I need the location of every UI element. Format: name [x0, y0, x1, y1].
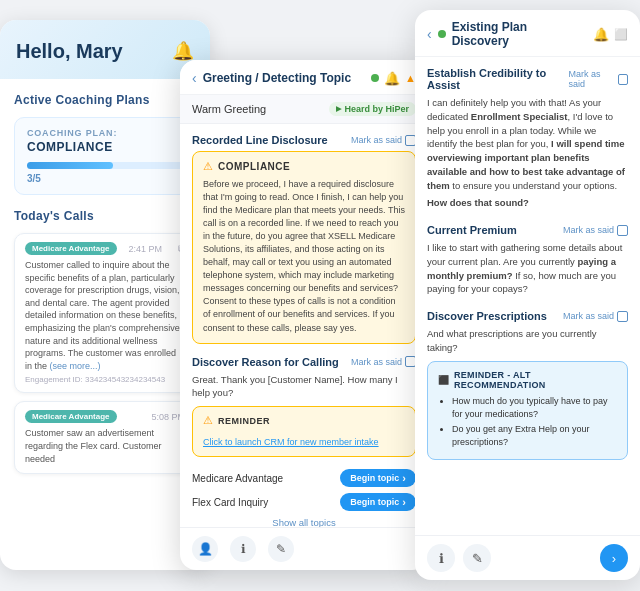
right-panel: ‹ Existing Plan Discovery 🔔 ⬜ Establish …	[415, 10, 640, 580]
compliance-box: ⚠ COMPLIANCE Before we proceed, I have a…	[192, 151, 416, 344]
right-header-icons: 🔔 ⬜	[593, 27, 628, 42]
status-dot-green	[371, 74, 379, 82]
topic-item-name-2: Flex Card Inquiry	[192, 497, 268, 508]
begin-btn-1[interactable]: Begin topic	[340, 469, 416, 487]
mark-said-premium[interactable]: Mark as said	[563, 225, 628, 236]
establish-credibility-section: Establish Credibility to Assist Mark as …	[427, 67, 628, 210]
alt-rec-list: How much do you typically have to pay fo…	[438, 395, 617, 449]
topic-name: Warm Greeting	[192, 103, 321, 115]
recorded-line-header: Recorded Line Disclosure Mark as said	[192, 134, 416, 146]
discover-prescriptions-header: Discover Prescriptions Mark as said	[427, 310, 628, 322]
call-card-1[interactable]: Medicare Advantage 2:41 PM ⧉ Customer ca…	[14, 233, 196, 393]
calls-section: Today's Calls Medicare Advantage 2:41 PM…	[14, 209, 196, 474]
alt-rec-icon: ⬛	[438, 375, 449, 385]
topics-section: Medicare Advantage Begin topic Flex Card…	[192, 469, 416, 527]
coaching-plan-name: COMPLIANCE	[27, 140, 183, 154]
middle-body: Recorded Line Disclosure Mark as said ⚠ …	[180, 124, 428, 527]
see-more-1[interactable]: (see more...)	[50, 361, 101, 371]
topic-item-2: Flex Card Inquiry Begin topic	[192, 493, 416, 511]
middle-back-arrow[interactable]: ‹	[192, 70, 197, 86]
right-footer: ℹ ✎ ›	[415, 535, 640, 580]
hello-text: Hello, Mary	[16, 40, 123, 63]
alt-rec-item-1: How much do you typically have to pay fo…	[452, 395, 617, 421]
reminder-link[interactable]: Click to launch CRM for new member intak…	[203, 437, 379, 447]
middle-header: ‹ Greeting / Detecting Topic 🔔 ▲	[180, 60, 428, 95]
mark-said-recorded[interactable]: Mark as said	[351, 135, 416, 146]
right-status-dot	[438, 30, 446, 38]
call-card-2[interactable]: Medicare Advantage 5:08 PM Customer saw …	[14, 401, 196, 474]
engagement-id-1: Engagement ID: 334234543234234543	[25, 375, 185, 384]
establish-credibility-text: I can definitely help you with that! As …	[427, 96, 628, 192]
show-all-link[interactable]: Show all topics	[192, 517, 416, 527]
progress-bar-bg	[27, 162, 183, 169]
middle-footer: 👤 ℹ ✎	[180, 527, 428, 570]
discover-reason-title: Discover Reason for Calling	[192, 356, 339, 368]
footer-user-icon[interactable]: 👤	[192, 536, 218, 562]
medicare-badge-1: Medicare Advantage	[25, 242, 117, 255]
reminder-header: ⚠ REMINDER	[203, 414, 405, 427]
left-header: Hello, Mary 🔔	[0, 20, 210, 79]
compliance-title: COMPLIANCE	[218, 161, 290, 172]
topic-bar: Warm Greeting Heard by HiPer	[180, 95, 428, 124]
recorded-line-title: Recorded Line Disclosure	[192, 134, 328, 146]
alt-rec-box: ⬛ REMINDER - ALT RECOMMENDATION How much…	[427, 361, 628, 460]
right-back-arrow[interactable]: ‹	[427, 26, 432, 42]
bell-icon: 🔔	[172, 40, 194, 62]
discover-reason-header: Discover Reason for Calling Mark as said	[192, 356, 416, 368]
mark-said-prescriptions[interactable]: Mark as said	[563, 311, 628, 322]
coaching-card: COACHING PLAN: COMPLIANCE 3/5	[14, 117, 196, 195]
checkbox-prescriptions[interactable]	[617, 311, 628, 322]
alt-rec-header: ⬛ REMINDER - ALT RECOMMENDATION	[438, 370, 617, 390]
topic-item-1: Medicare Advantage Begin topic	[192, 469, 416, 487]
active-coaching-title: Active Coaching Plans	[14, 93, 196, 107]
discover-reason-section: Discover Reason for Calling Mark as said…	[192, 356, 416, 458]
establish-credibility-header: Establish Credibility to Assist Mark as …	[427, 67, 628, 91]
current-premium-header: Current Premium Mark as said	[427, 224, 628, 236]
discover-reason-text: Great. Thank you [Customer Name]. How ma…	[192, 373, 416, 401]
begin-btn-2[interactable]: Begin topic	[340, 493, 416, 511]
heard-badge: Heard by HiPer	[329, 102, 416, 116]
bell-icon-middle: 🔔	[384, 71, 400, 86]
current-premium-title: Current Premium	[427, 224, 517, 236]
discover-prescriptions-title: Discover Prescriptions	[427, 310, 547, 322]
current-premium-section: Current Premium Mark as said I like to s…	[427, 224, 628, 296]
reminder-box: ⚠ REMINDER Click to launch CRM for new m…	[192, 406, 416, 457]
left-content: Active Coaching Plans COACHING PLAN: COM…	[0, 79, 210, 496]
topic-item-name-1: Medicare Advantage	[192, 473, 283, 484]
compliance-header: ⚠ COMPLIANCE	[203, 160, 405, 173]
medicare-badge-2: Medicare Advantage	[25, 410, 117, 423]
reminder-warning-icon: ⚠	[203, 414, 213, 427]
middle-header-icons: 🔔 ▲	[371, 71, 416, 86]
progress-count: 3/5	[27, 173, 183, 184]
alt-rec-item-2: Do you get any Extra Help on your prescr…	[452, 423, 617, 449]
mark-said-establish[interactable]: Mark as said	[569, 69, 628, 89]
triangle-icon-right: ⬜	[614, 28, 628, 41]
call-text-1: Customer called to inquire about the spe…	[25, 259, 185, 372]
discover-prescriptions-section: Discover Prescriptions Mark as said And …	[427, 310, 628, 460]
current-premium-text: I like to start with gathering some deta…	[427, 241, 628, 296]
todays-calls-title: Today's Calls	[14, 209, 196, 223]
right-footer-send-button[interactable]: ›	[600, 544, 628, 572]
middle-title: Greeting / Detecting Topic	[203, 71, 365, 85]
coaching-label: COACHING PLAN:	[27, 128, 183, 138]
right-body: Establish Credibility to Assist Mark as …	[415, 57, 640, 535]
progress-bar-fill	[27, 162, 113, 169]
warning-icon: ⚠	[203, 160, 213, 173]
recorded-line-section: Recorded Line Disclosure Mark as said ⚠ …	[192, 134, 416, 344]
mark-said-discover[interactable]: Mark as said	[351, 356, 416, 367]
right-header: ‹ Existing Plan Discovery 🔔 ⬜	[415, 10, 640, 57]
call-header-1: Medicare Advantage 2:41 PM ⧉	[25, 242, 185, 255]
call-header-2: Medicare Advantage 5:08 PM	[25, 410, 185, 423]
right-footer-edit-icon[interactable]: ✎	[463, 544, 491, 572]
discover-prescriptions-text: And what prescriptions are you currently…	[427, 327, 628, 355]
call-time-1: 2:41 PM	[128, 244, 162, 254]
reminder-title: REMINDER	[218, 416, 270, 426]
right-footer-info-icon[interactable]: ℹ	[427, 544, 455, 572]
checkbox-premium[interactable]	[617, 225, 628, 236]
alt-rec-title: REMINDER - ALT RECOMMENDATION	[454, 370, 617, 390]
footer-edit-icon[interactable]: ✎	[268, 536, 294, 562]
checkbox-establish[interactable]	[618, 74, 628, 85]
middle-panel: ‹ Greeting / Detecting Topic 🔔 ▲ Warm Gr…	[180, 60, 428, 570]
footer-info-icon[interactable]: ℹ	[230, 536, 256, 562]
right-title: Existing Plan Discovery	[452, 20, 587, 48]
